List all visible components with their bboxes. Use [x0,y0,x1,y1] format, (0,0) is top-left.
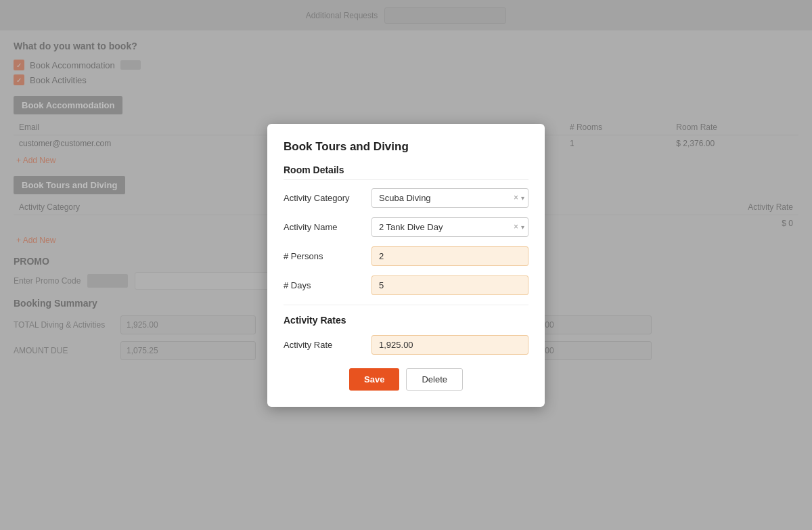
modal-divider [284,305,528,305]
activity-name-label: Activity Name [284,222,371,232]
days-input[interactable] [371,275,528,295]
activity-name-clear-icon[interactable]: × [514,222,518,231]
modal-room-details-title: Room Details [284,164,528,180]
persons-label: # Persons [284,251,371,261]
activity-name-select[interactable]: 2 Tank Dive Day [371,217,528,237]
activity-rate-field: Activity Rate [284,335,528,355]
activity-rates-title: Activity Rates [284,315,528,326]
activity-rate-label: Activity Rate [284,340,371,350]
activity-name-chevron-icon: ▾ [521,223,524,231]
activity-name-field: Activity Name 2 Tank Dive Day × ▾ [284,217,528,237]
modal-dialog: Book Tours and Diving Room Details Activ… [267,124,545,407]
activity-category-select[interactable]: Scuba Diving [371,188,528,208]
activity-category-select-icons: × ▾ [514,193,524,202]
activity-category-clear-icon[interactable]: × [514,193,518,202]
activity-name-select-wrapper[interactable]: 2 Tank Dive Day × ▾ [371,217,528,237]
activity-category-field: Activity Category Scuba Diving × ▾ [284,188,528,208]
persons-field: # Persons [284,246,528,266]
activity-category-chevron-icon: ▾ [521,194,524,202]
save-button[interactable]: Save [349,368,399,391]
activity-name-select-icons: × ▾ [514,222,524,231]
modal-overlay[interactable]: Book Tours and Diving Room Details Activ… [0,0,812,530]
modal-title: Book Tours and Diving [284,140,528,154]
persons-input[interactable] [371,246,528,266]
delete-button[interactable]: Delete [406,368,463,391]
days-label: # Days [284,280,371,290]
days-field: # Days [284,275,528,295]
activity-category-label: Activity Category [284,193,371,203]
activity-category-select-wrapper[interactable]: Scuba Diving × ▾ [371,188,528,208]
activity-rate-input[interactable] [371,335,528,355]
modal-buttons: Save Delete [284,368,528,391]
